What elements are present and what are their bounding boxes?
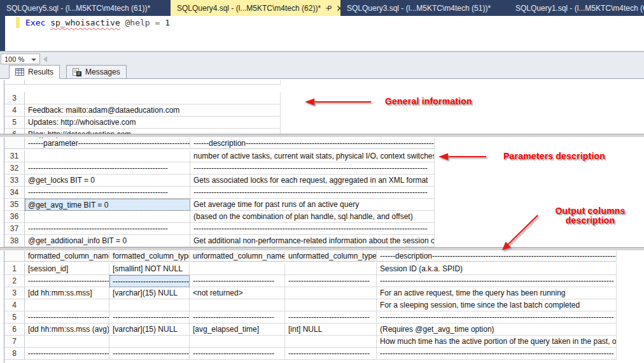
grid-cell[interactable]: For a sleeping session, time since the l… <box>377 299 617 311</box>
row-header[interactable]: 3 <box>4 287 25 299</box>
grid-cell[interactable]: ----------------------------------------… <box>377 311 617 324</box>
row-header[interactable]: 37 <box>4 223 25 235</box>
zoom-level-select[interactable]: 100 % <box>1 53 40 64</box>
grid-cell[interactable]: (based on the combination of plan handle… <box>190 211 435 223</box>
row-header[interactable]: 36 <box>4 211 25 223</box>
grid-cell[interactable] <box>190 263 285 275</box>
grid-cell[interactable]: ----------------------------------------… <box>190 187 435 199</box>
row-header[interactable]: 4 <box>4 299 25 311</box>
column-header[interactable]: formatted_column_name <box>25 251 109 262</box>
grid-cell[interactable]: @get_locks BIT = 0 <box>25 174 190 187</box>
grid-cell[interactable]: How much time has the active portion of … <box>377 336 617 348</box>
grid-cell[interactable] <box>109 336 190 348</box>
grid-cell[interactable] <box>285 263 377 275</box>
grid-cell[interactable]: ----------------------------------------… <box>25 223 190 235</box>
grid-cell[interactable]: [avg_elapsed_time] <box>190 324 285 336</box>
row-header[interactable]: 6 <box>4 324 25 336</box>
row-header[interactable]: 38 <box>4 235 25 247</box>
row-header[interactable]: 31 <box>4 150 25 162</box>
scroll-left-arrow-icon[interactable] <box>43 56 47 62</box>
grid-cell[interactable]: -------------------------------- <box>285 348 377 360</box>
grid-cell[interactable]: ----------------------------------------… <box>25 162 190 174</box>
grid-cell[interactable] <box>285 299 377 311</box>
row-header[interactable]: 2 <box>4 275 25 287</box>
corner-header[interactable] <box>4 138 25 149</box>
grid-cell[interactable]: Get average time for past runs of an act… <box>190 199 435 211</box>
grid-cell[interactable] <box>109 299 190 311</box>
grid-cell[interactable] <box>25 150 190 162</box>
tab-sqlquery1[interactable]: SQLQuery1.sql - (l...M5KTC\m4tech (60))* <box>509 0 644 16</box>
row-header[interactable] <box>4 80 25 85</box>
grid-cell[interactable] <box>25 336 109 348</box>
grid-cell-selected[interactable]: -------------------------------- <box>109 275 190 287</box>
grid-cell[interactable]: ----------------------------------------… <box>25 187 190 199</box>
column-header-description[interactable]: ------description-----------------------… <box>190 138 435 149</box>
grid-cell[interactable]: -------------------------------- <box>25 275 109 287</box>
column-header-parameter[interactable]: ------parameter-------------------------… <box>25 138 190 149</box>
pin-icon[interactable] <box>325 4 332 11</box>
grid-cell[interactable]: ----------------------------------------… <box>190 162 435 174</box>
tab-sqlquery3[interactable]: SQLQuery3.sql - (l...M5KTC\m4tech (51))* <box>340 0 509 16</box>
grid-cell[interactable]: -------------------------------- <box>190 348 285 360</box>
grid-cell[interactable] <box>190 336 285 348</box>
grid-cell[interactable] <box>25 92 281 104</box>
grid-cell[interactable]: [smallint] NOT NULL <box>109 263 190 275</box>
grid-cell[interactable] <box>285 336 377 348</box>
query-editor[interactable]: Exec sp_whoisactive @help = 1 <box>0 16 644 51</box>
row-header[interactable]: 7 <box>4 336 25 348</box>
row-header[interactable]: 4 <box>4 104 25 117</box>
grid-splitter[interactable] <box>0 134 644 138</box>
grid-cell[interactable] <box>285 287 377 299</box>
grid-cell[interactable]: For an active request, time the query ha… <box>377 287 617 299</box>
code-line[interactable]: Exec sp_whoisactive @help = 1 <box>25 18 170 27</box>
grid-cell[interactable] <box>25 80 281 85</box>
grid-cell[interactable]: ----------------------------------------… <box>190 223 435 235</box>
grid-cell[interactable]: Updates: http://whoisactive.com <box>25 117 281 129</box>
row-header[interactable]: 3 <box>4 92 25 104</box>
grid-cell[interactable]: -------------------------------- <box>190 311 285 324</box>
row-header[interactable]: 32 <box>4 162 25 174</box>
column-header[interactable]: unformatted_column_name <box>190 251 285 262</box>
grid-cell[interactable]: [session_id] <box>25 263 109 275</box>
grid-cell[interactable]: Session ID (a.k.a. SPID) <box>377 263 617 275</box>
tab-sqlquery4-active[interactable]: SQLQuery4.sql - (l...M5KTC\m4tech (62))* <box>171 0 340 16</box>
grid-cell[interactable] <box>190 299 285 311</box>
grid-cell[interactable]: (Requires @get_avg_time option) <box>377 324 617 336</box>
row-header[interactable]: 5 <box>4 311 25 324</box>
row-header[interactable]: 35 <box>4 199 25 211</box>
row-header[interactable]: 33 <box>4 174 25 187</box>
row-header[interactable]: 8 <box>4 348 25 360</box>
grid-cell[interactable]: -------------------------------- <box>190 275 285 287</box>
grid-cell[interactable]: [dd hh:mm:ss.mss (avg)] <box>25 324 109 336</box>
grid-cell[interactable]: Feedback: mailto:adam@dataeducation.com <box>25 104 281 117</box>
column-header[interactable]: unformatted_column_type <box>285 251 377 262</box>
grid-cell[interactable]: [varchar](15) NULL <box>109 287 190 299</box>
row-header[interactable]: 1 <box>4 263 25 275</box>
grid-cell[interactable]: <not returned> <box>190 287 285 299</box>
tab-results[interactable]: Results <box>9 65 60 79</box>
tab-messages[interactable]: Messages <box>66 65 127 79</box>
grid-cell[interactable]: [int] NULL <box>285 324 377 336</box>
grid-cell[interactable]: @get_additional_info BIT = 0 <box>25 235 190 247</box>
grid-cell-selected[interactable]: @get_avg_time BIT = 0 <box>25 199 190 211</box>
grid-cell[interactable]: -------------------------------- <box>109 311 190 324</box>
grid-cell[interactable]: -------------------------------- <box>285 275 377 287</box>
grid-cell[interactable]: Get additional non-performance-related i… <box>190 235 435 247</box>
grid-cell[interactable]: -------------------------------- <box>25 311 109 324</box>
grid-cell[interactable]: -------------------------------- <box>25 348 109 360</box>
grid-cell[interactable]: Gets associated locks for each request, … <box>190 174 435 187</box>
row-header[interactable]: 5 <box>4 117 25 129</box>
grid-cell[interactable]: number of active tasks, current wait sta… <box>190 150 435 162</box>
grid-cell[interactable] <box>25 299 109 311</box>
grid-cell[interactable]: ----------------------------------------… <box>377 348 617 360</box>
column-header[interactable]: formatted_column_type <box>109 251 190 262</box>
column-header[interactable]: ------description-----------------------… <box>377 251 617 262</box>
corner-header[interactable] <box>4 251 25 262</box>
grid-cell[interactable]: [varchar](15) NULL <box>109 324 190 336</box>
grid-cell[interactable]: ----------------------------------------… <box>377 275 617 287</box>
grid-cell[interactable] <box>25 211 190 223</box>
grid-cell[interactable]: -------------------------------- <box>109 348 190 360</box>
tab-sqlquery5[interactable]: SQLQuery5.sql - (l...M5KTC\m4tech (61))* <box>0 0 171 16</box>
grid-cell[interactable]: [dd hh:mm:ss.mss] <box>25 287 109 299</box>
row-header[interactable]: 34 <box>4 187 25 199</box>
